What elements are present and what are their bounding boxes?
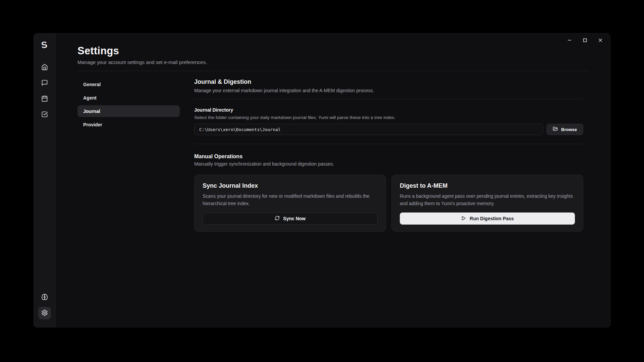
desktop-background: S bbox=[0, 0, 644, 362]
play-icon bbox=[461, 216, 466, 222]
manual-operations-title: Manual Operations bbox=[194, 154, 583, 160]
settings-nav: General Agent Journal Provider bbox=[77, 78, 180, 232]
browse-button-label: Browse bbox=[561, 127, 577, 132]
home-icon bbox=[41, 64, 48, 71]
minimize-icon bbox=[567, 38, 572, 44]
header-divider bbox=[77, 71, 588, 71]
titlebar[interactable] bbox=[77, 34, 610, 47]
settings-nav-item-provider[interactable]: Provider bbox=[77, 119, 180, 130]
journal-directory-input[interactable] bbox=[194, 124, 543, 135]
settings-nav-item-general[interactable]: General bbox=[77, 78, 180, 90]
manual-operations-cards: Sync Journal Index Scans your journal di… bbox=[194, 175, 583, 232]
brain-icon bbox=[41, 294, 48, 301]
main-area: Settings Manage your account settings an… bbox=[55, 34, 610, 327]
digest-card-title: Digest to A-MEM bbox=[400, 182, 575, 189]
digest-card-description: Runs a background agent pass over pendin… bbox=[400, 193, 575, 207]
journal-directory-label: Journal Directory bbox=[194, 107, 583, 113]
app-logo[interactable]: S bbox=[38, 38, 51, 52]
section-divider bbox=[194, 99, 583, 99]
chat-icon bbox=[41, 79, 48, 87]
sidebar-item-home[interactable] bbox=[38, 61, 51, 74]
maximize-button[interactable] bbox=[579, 36, 591, 45]
settings-nav-item-agent[interactable]: Agent bbox=[77, 92, 180, 104]
sidebar: S bbox=[34, 34, 55, 327]
sidebar-item-settings[interactable] bbox=[38, 307, 51, 319]
tasks-icon bbox=[41, 111, 48, 119]
close-button[interactable] bbox=[595, 36, 606, 45]
settings-content: Journal & Digestion Manage your external… bbox=[194, 78, 583, 232]
sync-now-button-label: Sync Now bbox=[283, 216, 306, 221]
page-subtitle: Manage your account settings and set e-m… bbox=[77, 59, 588, 65]
run-digestion-pass-button[interactable]: Run Digestion Pass bbox=[400, 213, 575, 225]
sidebar-item-tasks[interactable] bbox=[38, 108, 51, 121]
app-logo-glyph: S bbox=[41, 40, 48, 50]
calendar-icon bbox=[41, 95, 48, 103]
sync-card-title: Sync Journal Index bbox=[203, 182, 378, 189]
settings-nav-item-journal[interactable]: Journal bbox=[77, 105, 180, 117]
settings-page: Settings Manage your account settings an… bbox=[55, 34, 610, 232]
maximize-icon bbox=[583, 38, 587, 44]
sync-journal-card: Sync Journal Index Scans your journal di… bbox=[194, 175, 386, 232]
refresh-icon bbox=[275, 216, 280, 222]
sidebar-item-calendar[interactable] bbox=[38, 93, 51, 105]
mid-divider bbox=[194, 144, 583, 144]
section-title: Journal & Digestion bbox=[194, 78, 583, 85]
app-window: S bbox=[34, 33, 610, 327]
manual-operations-description: Manually trigger synchronization and bac… bbox=[194, 161, 583, 167]
section-description: Manage your external markdown journal in… bbox=[194, 88, 583, 93]
minimize-button[interactable] bbox=[564, 36, 575, 45]
digest-amem-card: Digest to A-MEM Runs a background agent … bbox=[391, 175, 583, 232]
folder-open-icon bbox=[553, 126, 558, 133]
sync-card-description: Scans your journal directory for new or … bbox=[203, 193, 378, 207]
sidebar-item-chat[interactable] bbox=[38, 77, 51, 89]
browse-button[interactable]: Browse bbox=[546, 124, 583, 135]
run-digestion-button-label: Run Digestion Pass bbox=[470, 216, 514, 221]
sync-now-button[interactable]: Sync Now bbox=[203, 213, 378, 225]
sidebar-item-memory[interactable] bbox=[38, 291, 51, 304]
journal-directory-row: Browse bbox=[194, 124, 583, 135]
gear-icon bbox=[41, 309, 48, 317]
journal-directory-description: Select the folder containing your daily … bbox=[194, 115, 583, 120]
close-icon bbox=[598, 38, 603, 44]
